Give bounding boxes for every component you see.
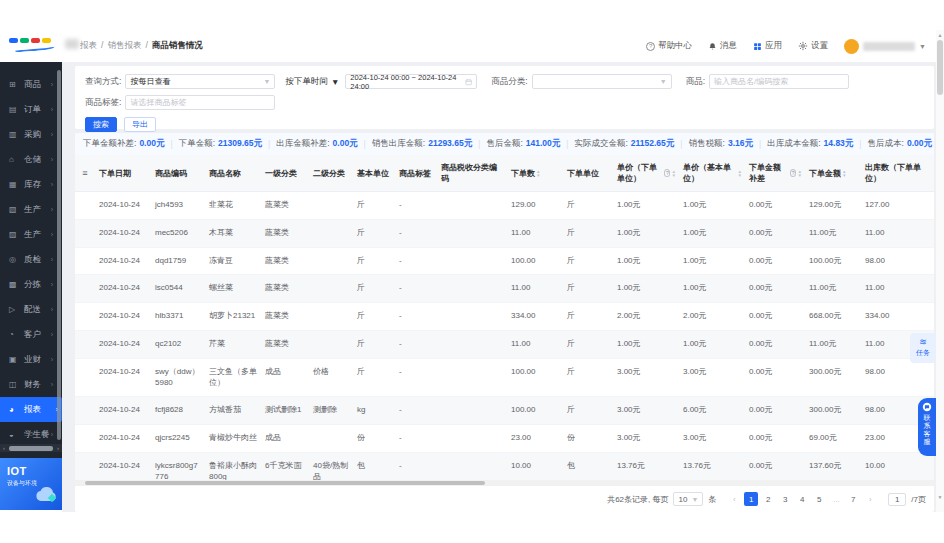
prev-page-button[interactable]: ‹: [727, 492, 741, 506]
table-row[interactable]: 2024-10-24lsc0544螺丝菜蔬菜类斤-11.00斤1.00元1.00…: [75, 275, 934, 303]
column-header-price-base-unit[interactable]: 单价（基本单位）▴▾: [679, 155, 745, 191]
sidebar-item-inventory[interactable]: ▦库存›: [0, 172, 57, 197]
scroll-right-icon[interactable]: ›: [54, 445, 62, 451]
table-row[interactable]: 2024-10-24qjcrs2245青椒炒牛肉丝成品份-23.00份3.00元…: [75, 425, 934, 453]
table-row[interactable]: 2024-10-24jch4593韭菜花蔬菜类斤-129.00斤1.00元1.0…: [75, 192, 934, 220]
page-v-scroll-thumb[interactable]: [937, 40, 943, 95]
column-header-price-order-unit[interactable]: 单价（下单单位）?▴▾: [613, 155, 679, 191]
cell-order-qty: 100.00: [507, 248, 563, 275]
table-h-scrollbar[interactable]: [75, 480, 934, 486]
logo-swoosh: [15, 45, 55, 53]
tasks-floating-button[interactable]: ≋ 任务: [910, 333, 936, 363]
page-button-5[interactable]: 5: [812, 492, 826, 506]
sidebar-item-biz-finance[interactable]: ▣业财›: [0, 347, 57, 372]
page-button-2[interactable]: 2: [761, 492, 775, 506]
sidebar-item-quality[interactable]: ◎质检›: [0, 247, 57, 272]
product-search-input[interactable]: [714, 77, 844, 86]
table-h-scroll-thumb[interactable]: [85, 481, 485, 485]
help-center-button[interactable]: ? 帮助中心: [646, 40, 692, 52]
settings-button[interactable]: 设置: [798, 40, 828, 52]
search-button[interactable]: 搜索: [85, 117, 117, 132]
sidebar-item-purchase[interactable]: ▥采购›: [0, 122, 57, 147]
apps-button[interactable]: 应用: [753, 40, 782, 52]
table-row[interactable]: 2024-10-24dqd1759冻青豆蔬菜类斤-100.00斤1.00元1.0…: [75, 248, 934, 276]
table-row[interactable]: 2024-10-24hlb3371胡萝卜21321蔬菜类斤-334.00斤2.0…: [75, 303, 934, 331]
sidebar-h-scroll-thumb[interactable]: [9, 446, 53, 451]
category-select[interactable]: ▼: [532, 74, 672, 89]
sidebar-item-delivery[interactable]: ▷配送›: [0, 297, 57, 322]
page-button-4[interactable]: 4: [795, 492, 809, 506]
sidebar-item-sorting[interactable]: ▩分拣›: [0, 272, 57, 297]
next-page-button[interactable]: ›: [863, 492, 877, 506]
sort-icon[interactable]: ▴▾: [672, 169, 675, 177]
sort-icon[interactable]: ▴▾: [537, 169, 540, 177]
company-logo: [9, 38, 67, 58]
page-size-select[interactable]: 10 ▼: [673, 492, 703, 506]
help-tooltip-icon[interactable]: ?: [664, 169, 670, 177]
page-v-scrollbar[interactable]: ▲ ▼: [936, 30, 944, 512]
table-row[interactable]: 2024-10-24swy（ddw）5980三文鱼（多单位）成品价格斤-100.…: [75, 359, 934, 398]
cell-product-code: hlb3371: [151, 303, 205, 330]
breadcrumb-reports[interactable]: 报表: [80, 40, 97, 52]
sidebar-item-customers[interactable]: ◔客户›: [0, 322, 57, 347]
summary-value: 21293.65元: [428, 138, 472, 150]
column-header-order-amount[interactable]: 下单金额▴▾: [805, 155, 861, 191]
time-type-select[interactable]: 按下单时间 ▼: [285, 76, 339, 88]
query-mode-select[interactable]: 按每日查看 ▼: [125, 74, 275, 89]
table-row[interactable]: 2024-10-24lykcsr800g7776鲁裕康小酥肉800g6千克米面4…: [75, 453, 934, 480]
sort-icon[interactable]: ▴▾: [798, 169, 801, 177]
column-header-order-qty[interactable]: 下单数▴▾: [507, 155, 563, 191]
cell-order-date: 2024-10-24: [95, 425, 151, 452]
sidebar-scrollbar[interactable]: [57, 70, 61, 440]
row-spacer: [75, 453, 95, 480]
row-spacer: [75, 192, 95, 219]
sidebar-item-finance[interactable]: ◫财务›: [0, 372, 57, 397]
sidebar-item-goods[interactable]: ⊞商品›: [0, 72, 57, 97]
user-account-menu[interactable]: ▼: [844, 39, 926, 54]
sort-icon[interactable]: ▴▾: [843, 169, 846, 177]
table-row[interactable]: 2024-10-24mec5206木耳菜蔬菜类斤-11.00斤1.00元1.00…: [75, 220, 934, 248]
table-row[interactable]: 2024-10-24qc2102芹菜蔬菜类斤-11.00斤1.00元1.00元0…: [75, 331, 934, 359]
scroll-down-icon[interactable]: ▼: [936, 494, 944, 500]
page-ellipsis[interactable]: ...: [829, 492, 843, 506]
page-size-value: 10: [678, 495, 687, 504]
row-spacer: [75, 303, 95, 330]
sidebar-item-production-1[interactable]: ▧生产›: [0, 197, 57, 222]
iot-banner[interactable]: IOT 设备与环境: [0, 458, 62, 510]
page-button-3[interactable]: 3: [778, 492, 792, 506]
cell-tax-code: [437, 275, 507, 302]
export-button[interactable]: 导出: [124, 117, 156, 132]
cell-product-code: dqd1759: [151, 248, 205, 275]
tag-select-input[interactable]: [130, 98, 270, 107]
cell-order-amount: 11.00元: [805, 275, 861, 302]
messages-button[interactable]: 消息: [708, 40, 737, 52]
column-settings-icon[interactable]: ≡: [75, 155, 95, 191]
scroll-up-icon[interactable]: ▲: [936, 32, 944, 38]
cell-price-base-unit: 13.76元: [679, 453, 745, 480]
sidebar-item-reports[interactable]: ◕报表›: [0, 397, 62, 422]
table-row[interactable]: 2024-10-24fcfj8628方城番茄测试删除1测删除kg-100.00斤…: [75, 397, 934, 425]
column-header-amount-diff[interactable]: 下单金额补差?▴▾: [745, 155, 805, 191]
cell-order-qty: 11.00: [507, 275, 563, 302]
customer-service-floating-button[interactable]: 联系客服: [918, 398, 936, 456]
sidebar-h-scrollbar[interactable]: ‹ ›: [0, 444, 62, 452]
page-jump-input[interactable]: [888, 493, 906, 506]
table-header-row: ≡ 下单日期商品编码商品名称一级分类二级分类基本单位商品标签商品税收分类编码下单…: [75, 155, 934, 192]
sidebar-item-production-2[interactable]: ▨生产›: [0, 222, 57, 247]
sidebar-item-warehouse[interactable]: ⌂仓储›: [0, 147, 57, 172]
cell-price-base-unit: 3.00元: [679, 425, 745, 452]
sidebar-item-label: 采购: [24, 129, 41, 141]
column-label: 单价（下单单位）: [617, 162, 662, 184]
column-header-category-2: 二级分类: [309, 155, 353, 191]
page-button-7[interactable]: 7: [846, 492, 860, 506]
cell-category-1: 蔬菜类: [261, 275, 309, 302]
help-tooltip-icon[interactable]: ?: [790, 169, 797, 177]
date-range-picker[interactable]: 2024-10-24 00:00 ~ 2024-10-24 24:00: [345, 74, 477, 89]
breadcrumb-sales-reports[interactable]: 销售报表: [107, 40, 141, 52]
sidebar-item-orders[interactable]: ▤订单›: [0, 97, 57, 122]
sort-icon[interactable]: ▴▾: [738, 169, 741, 177]
chevron-down-icon: ▼: [263, 78, 270, 85]
scroll-left-icon[interactable]: ‹: [0, 445, 8, 451]
page-button-1[interactable]: 1: [744, 492, 758, 506]
cell-order-date: 2024-10-24: [95, 220, 151, 247]
